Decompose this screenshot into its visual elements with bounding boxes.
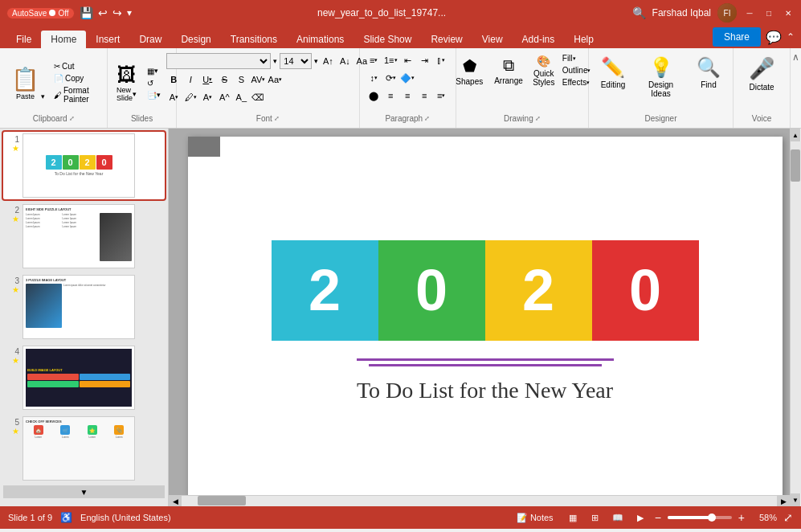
close-btn[interactable]: ✕ xyxy=(782,6,795,19)
notes-button[interactable]: 📝 Notes xyxy=(512,511,558,525)
paste-button[interactable]: 📋 Paste ▾ xyxy=(6,63,50,104)
columns-btn[interactable]: ⫿ ▾ xyxy=(434,53,448,68)
align-right-btn[interactable]: ≡ xyxy=(400,88,415,103)
horizontal-scrollbar[interactable]: ◀ ▶ xyxy=(169,495,790,506)
tab-insert[interactable]: Insert xyxy=(86,31,129,48)
more-tools-icon[interactable]: ▾ xyxy=(127,7,132,18)
slide-thumb-3[interactable]: 3 ★ 3 PUZZLE IMAGE LAYOUT Lorem ipsum do… xyxy=(3,273,165,341)
tab-view[interactable]: View xyxy=(472,31,513,48)
vertical-scrollbar[interactable]: ▲ ▼ xyxy=(790,129,801,506)
tab-home[interactable]: Home xyxy=(41,31,86,48)
text-highlight-btn[interactable]: 🖊 ▾ xyxy=(183,90,198,104)
slide-panel-scroll-down[interactable]: ▼ xyxy=(3,485,165,498)
decrease-font-btn[interactable]: A↓ xyxy=(337,54,352,68)
tab-design[interactable]: Design xyxy=(171,31,220,48)
slide-thumb-4[interactable]: 4 ★ BUILD IMAGE LAYOUT xyxy=(3,344,165,411)
tab-draw[interactable]: Draw xyxy=(129,31,171,48)
bullets-btn[interactable]: ≡ ▾ xyxy=(366,53,381,68)
text-direction-btn[interactable]: ⟳ ▾ xyxy=(383,71,398,85)
view-normal-btn[interactable]: ▦ xyxy=(565,509,581,526)
tab-animations[interactable]: Animations xyxy=(287,31,354,48)
strikethrough-btn[interactable]: S xyxy=(217,72,231,87)
arrange-button[interactable]: ⧉ Arrange xyxy=(489,53,528,88)
search-icon[interactable]: 🔍 xyxy=(632,6,646,19)
tab-review[interactable]: Review xyxy=(421,31,472,48)
italic-btn[interactable]: I xyxy=(183,72,198,87)
small-caps-btn[interactable]: A^ xyxy=(217,90,231,104)
zoom-bar[interactable] xyxy=(668,516,732,519)
avatar[interactable]: FI xyxy=(717,3,737,23)
ribbon-collapse-btn[interactable]: ∧ xyxy=(792,51,799,63)
slide-thumb-2[interactable]: 2 ★ EIGHT SIDE PUZZLE LAYOUT Lorem Ipsum… xyxy=(3,203,165,270)
change-case-btn[interactable]: Aa ▾ xyxy=(268,72,282,87)
increase-font-btn[interactable]: A↑ xyxy=(321,54,335,68)
new-slide-button[interactable]: 🖼 NewSlide ▾ xyxy=(109,60,145,105)
share-button[interactable]: Share xyxy=(713,27,761,47)
tab-slideshow[interactable]: Slide Show xyxy=(354,31,421,48)
shapes-button[interactable]: ⬟ Shapes xyxy=(451,53,488,89)
tab-help[interactable]: Help xyxy=(564,31,603,48)
zoom-handle[interactable] xyxy=(708,514,716,522)
scroll-thumb-h[interactable] xyxy=(198,496,246,505)
justify-btn[interactable]: ≡ xyxy=(417,88,431,103)
font-name-select[interactable] xyxy=(166,53,271,69)
maximize-btn[interactable]: □ xyxy=(762,6,775,19)
decrease-indent-btn[interactable]: ⇤ xyxy=(400,53,415,68)
bold-btn[interactable]: B xyxy=(166,72,181,87)
align-center-btn[interactable]: ≡ xyxy=(383,88,398,103)
quick-styles-button[interactable]: 🎨 QuickStyles xyxy=(529,53,558,88)
font-size-select[interactable]: 14 xyxy=(280,53,312,69)
shadow-btn[interactable]: S xyxy=(234,72,248,87)
design-ideas-button[interactable]: 💡 Design Ideas xyxy=(635,53,686,101)
numbering-btn[interactable]: 1≡ ▾ xyxy=(383,53,398,68)
scroll-track-v[interactable] xyxy=(791,141,801,493)
puzzle-piece-0-green: 0 xyxy=(378,240,485,341)
line-spacing-btn[interactable]: ↕ ▾ xyxy=(366,71,381,85)
search-button[interactable]: 🔍 Find xyxy=(691,53,726,92)
cut-button[interactable]: ✂Cut xyxy=(51,61,100,72)
fit-slide-btn[interactable]: ⤢ xyxy=(783,511,793,524)
view-slideshow-btn[interactable]: ▶ xyxy=(632,509,648,526)
zoom-minus-btn[interactable]: − xyxy=(655,511,661,524)
view-reading-btn[interactable]: 📖 xyxy=(610,509,626,526)
font-size-large-btn[interactable]: A ▾ xyxy=(200,90,215,104)
dictate-button[interactable]: 🎤 Dictate xyxy=(744,53,779,95)
scroll-track-h[interactable] xyxy=(182,496,777,506)
accessibility-icon[interactable]: ♿ xyxy=(60,512,72,523)
format-painter-button[interactable]: 🖌Format Painter xyxy=(51,85,100,104)
editing-button[interactable]: ✏️ Editing xyxy=(595,53,631,92)
slide-canvas[interactable]: 2 0 2 0 To Do List for the New Year xyxy=(188,137,783,506)
language[interactable]: English (United States) xyxy=(80,513,171,522)
slide-thumb-5[interactable]: 5 ★ CHECK OFF SERVICES 🏠 Lorem 🛒 Lorem xyxy=(3,415,165,482)
copy-button[interactable]: 📄Copy xyxy=(51,73,100,84)
slide-title[interactable]: To Do List for the New Year xyxy=(357,378,613,403)
autosave-toggle[interactable]: AutoSave Off xyxy=(6,7,75,19)
scroll-down-btn[interactable]: ▼ xyxy=(791,493,800,506)
tab-file[interactable]: File xyxy=(6,31,41,48)
tab-addins[interactable]: Add-ins xyxy=(513,31,565,48)
minimize-btn[interactable]: ─ xyxy=(743,6,756,19)
tab-transitions[interactable]: Transitions xyxy=(221,31,287,48)
align-opts-btn[interactable]: ≡ ▾ xyxy=(434,88,448,103)
font-color-btn[interactable]: A ▾ xyxy=(166,90,181,104)
ribbon-collapse-icon[interactable]: ⌃ xyxy=(787,31,795,43)
comments-icon[interactable]: 💬 xyxy=(766,30,782,45)
redo-icon[interactable]: ↪ xyxy=(112,6,122,19)
zoom-level[interactable]: 58% xyxy=(751,513,777,522)
zoom-plus-btn[interactable]: + xyxy=(738,511,745,524)
eraser-btn[interactable]: ⌫ xyxy=(251,90,265,104)
char-spacing-btn[interactable]: AV ▾ xyxy=(251,72,265,87)
scroll-left-btn[interactable]: ◀ xyxy=(169,496,182,506)
convert-smartart-btn[interactable]: 🔷 ▾ xyxy=(400,71,415,85)
underline-btn[interactable]: U ▾ xyxy=(200,72,215,87)
increase-indent-btn[interactable]: ⇥ xyxy=(417,53,431,68)
undo-icon[interactable]: ↩ xyxy=(98,6,108,19)
align-left-btn[interactable]: ⬤ xyxy=(366,88,381,103)
view-slide-sorter-btn[interactable]: ⊞ xyxy=(587,509,603,526)
scroll-up-btn[interactable]: ▲ xyxy=(791,129,800,141)
save-icon[interactable]: 💾 xyxy=(80,6,93,19)
scroll-right-btn[interactable]: ▶ xyxy=(777,496,790,506)
subscript-btn[interactable]: A_ xyxy=(234,90,248,104)
scroll-thumb-v[interactable] xyxy=(791,149,800,182)
slide-thumb-1[interactable]: 1 ★ 2 0 2 0 To Do List for the New Year xyxy=(3,132,165,199)
